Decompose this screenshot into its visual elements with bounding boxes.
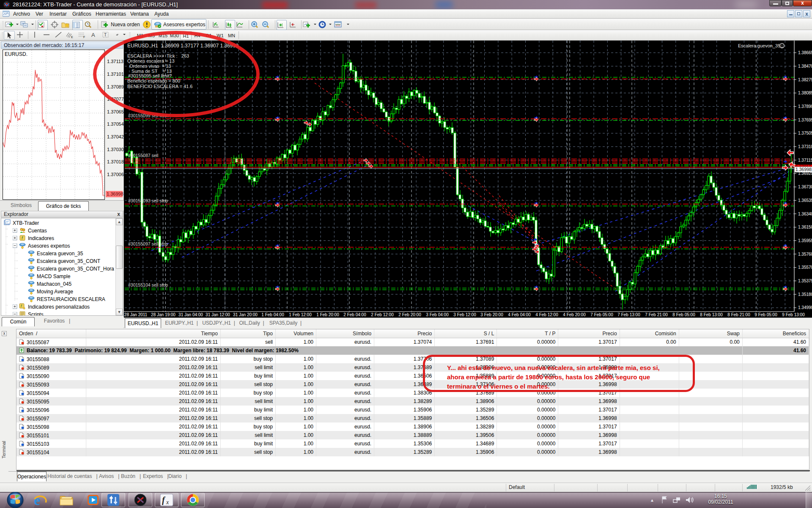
svg-text:8 Feb 05:00: 8 Feb 05:00 — [672, 312, 695, 317]
svg-text:1 Feb 04:00: 1 Feb 04:00 — [261, 312, 284, 317]
svg-text:E: E — [71, 36, 73, 39]
svg-text:7 Feb 05:00: 7 Feb 05:00 — [590, 312, 613, 317]
svg-text:1.37310: 1.37310 — [798, 144, 812, 149]
svg-text:4 Feb 04:00: 4 Feb 04:00 — [508, 312, 531, 317]
svg-text:Escalera guevon_35: Escalera guevon_35 — [738, 43, 780, 48]
svg-text:1.38470: 1.38470 — [798, 64, 812, 69]
svg-text:#30155097 sell stop: #30155097 sell stop — [128, 241, 168, 246]
svg-text:1.35570: 1.35570 — [798, 265, 812, 270]
svg-text:31 Jan 20:00: 31 Jan 20:00 — [233, 312, 258, 317]
svg-text:#30155093 sell stop: #30155093 sell stop — [128, 198, 168, 203]
svg-text:1.38275: 1.38275 — [798, 77, 812, 82]
svg-text:2 Feb 12:00: 2 Feb 12:00 — [371, 312, 394, 317]
svg-text:9 Feb 05:00: 9 Feb 05:00 — [754, 312, 777, 317]
svg-text:#30155087 sell: #30155087 sell — [128, 153, 158, 158]
svg-text:1 Feb 12:00: 1 Feb 12:00 — [289, 312, 312, 317]
svg-text:1 Feb 20:00: 1 Feb 20:00 — [316, 312, 339, 317]
svg-text:x: x — [166, 499, 169, 505]
svg-text:2 Feb 20:00: 2 Feb 20:00 — [398, 312, 421, 317]
svg-text:1.37505: 1.37505 — [798, 131, 812, 135]
svg-text:31 Jan 04:00: 31 Jan 04:00 — [178, 312, 203, 317]
svg-text:1.36535: 1.36535 — [798, 198, 812, 203]
svg-text:3 Feb 20:00: 3 Feb 20:00 — [480, 312, 503, 317]
svg-text:7 Feb 13:00: 7 Feb 13:00 — [617, 312, 640, 317]
svg-text:28 Jan 19:00: 28 Jan 19:00 — [151, 312, 176, 317]
svg-text:e: e — [34, 493, 40, 508]
svg-text:1.37890: 1.37890 — [798, 104, 812, 109]
svg-text:9 Feb 13:00: 9 Feb 13:00 — [782, 312, 805, 317]
svg-text:1.36150: 1.36150 — [798, 225, 812, 229]
svg-text:1.37695: 1.37695 — [798, 118, 812, 122]
svg-text:1.36998: 1.36998 — [796, 167, 812, 172]
svg-text:31 Jan 12:00: 31 Jan 12:00 — [206, 312, 230, 317]
svg-text:8 Feb 13:00: 8 Feb 13:00 — [700, 312, 723, 317]
svg-text:28 Jan 2011: 28 Jan 2011 — [124, 312, 148, 317]
svg-text:2 Feb 04:00: 2 Feb 04:00 — [343, 312, 366, 317]
svg-text:EURUSD.: EURUSD. — [5, 51, 27, 57]
svg-text:3 Feb 12:00: 3 Feb 12:00 — [453, 312, 476, 317]
svg-text:1.35180: 1.35180 — [798, 292, 812, 297]
svg-text:4 Feb 20:00: 4 Feb 20:00 — [563, 312, 586, 317]
svg-text:1.36730: 1.36730 — [798, 185, 812, 189]
svg-text:7 Feb 21:00: 7 Feb 21:00 — [645, 312, 668, 317]
svg-text:8 Feb 21:00: 8 Feb 21:00 — [727, 312, 750, 317]
svg-text:1.36340: 1.36340 — [798, 212, 812, 216]
svg-text:1.38665: 1.38665 — [798, 50, 812, 55]
svg-text:1.35955: 1.35955 — [798, 238, 812, 243]
svg-text:F: F — [83, 36, 85, 39]
svg-text:3 Feb 04:00: 3 Feb 04:00 — [426, 312, 449, 317]
svg-text:1.35760: 1.35760 — [798, 252, 812, 257]
svg-text:1.38085: 1.38085 — [798, 91, 812, 95]
svg-text:1.37115: 1.37115 — [798, 158, 812, 163]
svg-text:1.35375: 1.35375 — [798, 279, 812, 283]
svg-text:#30155104 sell stop: #30155104 sell stop — [128, 282, 168, 287]
svg-text:4 Feb 12:00: 4 Feb 12:00 — [535, 312, 558, 317]
svg-text:1.34990: 1.34990 — [798, 305, 812, 310]
